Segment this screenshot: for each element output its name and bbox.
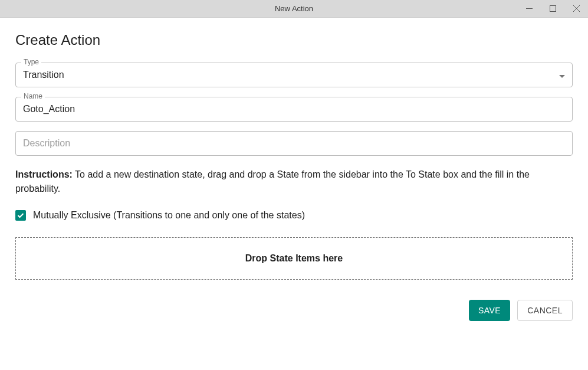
window-controls	[517, 0, 588, 17]
window-title: New Action	[275, 4, 313, 13]
instructions-label: Instructions:	[15, 169, 73, 179]
mutually-exclusive-row: Mutually Exclusive (Transitions to one a…	[15, 210, 573, 221]
type-select[interactable]: Transition	[15, 63, 573, 87]
minimize-button[interactable]	[517, 0, 541, 18]
name-field-wrapper: Name	[15, 97, 573, 122]
close-button[interactable]	[564, 0, 588, 18]
type-field-wrapper: Type Transition	[15, 63, 573, 87]
dropzone-text: Drop State Items here	[245, 253, 343, 263]
instructions-body: To add a new destination state, drag and…	[15, 169, 530, 194]
maximize-button[interactable]	[541, 0, 564, 18]
svg-rect-1	[550, 6, 556, 12]
type-label: Type	[21, 58, 41, 66]
titlebar: New Action	[0, 0, 588, 18]
name-input[interactable]	[15, 97, 573, 122]
cancel-button[interactable]: CANCEL	[517, 300, 573, 321]
description-input[interactable]	[15, 131, 573, 156]
type-value: Transition	[23, 70, 64, 80]
mutually-exclusive-checkbox[interactable]	[15, 210, 26, 221]
content-area: Create Action Type Transition Name Instr…	[0, 18, 588, 335]
close-icon	[573, 5, 580, 12]
instructions-text: Instructions: To add a new destination s…	[15, 168, 573, 196]
chevron-down-icon	[559, 70, 565, 80]
minimize-icon	[526, 5, 533, 12]
page-title: Create Action	[15, 32, 573, 48]
button-row: SAVE CANCEL	[15, 300, 573, 321]
name-label: Name	[21, 92, 45, 100]
maximize-icon	[550, 5, 556, 12]
description-field-wrapper	[15, 131, 573, 156]
state-dropzone[interactable]: Drop State Items here	[15, 237, 573, 280]
save-button[interactable]: SAVE	[469, 300, 510, 321]
mutually-exclusive-label: Mutually Exclusive (Transitions to one a…	[33, 210, 305, 221]
checkmark-icon	[17, 211, 25, 220]
